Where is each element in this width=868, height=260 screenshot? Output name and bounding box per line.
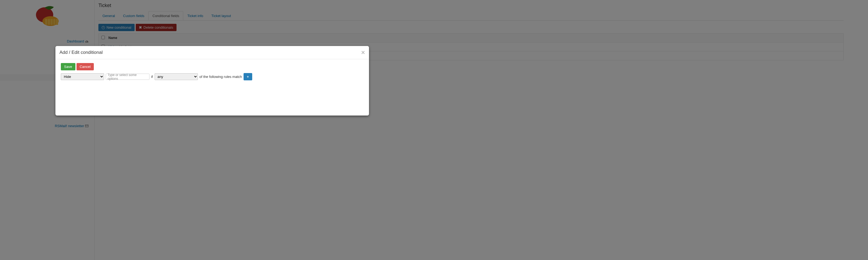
modal-header: Add / Edit conditional × [55,46,369,59]
modal-backdrop[interactable] [0,0,868,260]
modal-add-edit-conditional: Add / Edit conditional × Save Cancel Hid… [55,46,369,116]
rule-row: Hide Type or select some options if any … [61,73,364,80]
add-rule-button[interactable]: + [244,73,252,80]
match-select[interactable]: any [155,73,198,80]
save-button[interactable]: Save [61,63,75,70]
if-label: if [151,75,153,79]
modal-title: Add / Edit conditional [59,50,103,55]
action-select[interactable]: Hide [61,73,104,80]
close-icon[interactable]: × [361,49,365,56]
cancel-button[interactable]: Cancel [76,63,94,70]
options-input[interactable]: Type or select some options [106,74,150,80]
modal-body: Save Cancel Hide Type or select some opt… [55,59,369,116]
options-placeholder: Type or select some options [107,73,148,81]
suffix-label: of the following rules match [199,75,242,79]
modal-toolbar: Save Cancel [61,63,364,70]
